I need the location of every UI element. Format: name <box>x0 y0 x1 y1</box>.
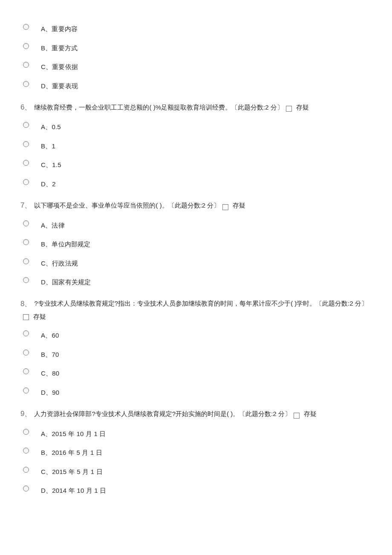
option-label: B、2016 年 5 月 1 日 <box>41 446 102 459</box>
radio-icon[interactable] <box>23 350 29 356</box>
radio-icon[interactable] <box>23 81 29 87</box>
doubt-label: 存疑 <box>296 101 309 114</box>
question-text: ?专业技术人员继续教育规定?指出：专业技术人员参加继续教育的时间，每年累计应不少… <box>34 298 368 310</box>
doubt-checkbox[interactable] <box>23 314 29 320</box>
question-number: 6、 <box>20 101 32 114</box>
radio-icon[interactable] <box>23 220 29 226</box>
doubt-label: 存疑 <box>233 199 245 212</box>
radio-icon[interactable] <box>23 141 29 147</box>
option-label: D、重要表现 <box>41 79 78 92</box>
radio-icon[interactable] <box>23 258 29 264</box>
option-label: C、1.5 <box>41 158 61 171</box>
radio-icon[interactable] <box>23 239 29 245</box>
question-text: 以下哪项不是企业、事业单位等应当依照的( )。〔此题分数:2 分〕 <box>34 199 220 212</box>
option-label: C、2015 年 5 月 1 日 <box>41 465 103 478</box>
option-label: B、1 <box>41 139 55 153</box>
question-text: 继续教育经费，一般企业职工工资总额的( )%足额提取教育培训经费。〔此题分数:2… <box>34 101 283 114</box>
radio-icon[interactable] <box>23 277 29 283</box>
option-label: A、法律 <box>41 219 65 232</box>
option-label: D、2014 年 10 月 1 日 <box>41 484 106 497</box>
option-label: B、70 <box>41 348 59 361</box>
radio-icon[interactable] <box>23 486 29 491</box>
radio-icon[interactable] <box>23 160 29 166</box>
doubt-checkbox[interactable] <box>286 106 292 112</box>
doubt-label: 存疑 <box>33 311 46 323</box>
doubt-label: 存疑 <box>304 408 317 420</box>
option-label: D、国家有关规定 <box>41 275 91 289</box>
option-label: C、80 <box>41 367 59 380</box>
radio-icon[interactable] <box>23 122 29 128</box>
radio-icon[interactable] <box>23 448 29 454</box>
radio-icon[interactable] <box>23 467 29 473</box>
question-number: 8、 <box>20 297 32 311</box>
option-label: C、行政法规 <box>41 257 78 270</box>
question-number: 7、 <box>20 199 32 212</box>
option-label: A、重要内容 <box>41 22 78 35</box>
radio-icon[interactable] <box>23 43 29 49</box>
option-label: C、重要依据 <box>41 60 78 73</box>
question-text: 人力资源社会保障部?专业技术人员继续教育规定?开始实施的时间是( )。〔此题分数… <box>34 408 291 420</box>
option-label: B、单位内部规定 <box>41 237 91 251</box>
option-label: D、2 <box>41 177 56 191</box>
radio-icon[interactable] <box>23 24 29 30</box>
radio-icon[interactable] <box>23 330 29 336</box>
option-label: A、2015 年 10 月 1 日 <box>41 427 106 440</box>
radio-icon[interactable] <box>23 387 29 393</box>
radio-icon[interactable] <box>23 62 29 68</box>
radio-icon[interactable] <box>23 429 29 435</box>
option-label: D、90 <box>41 386 59 399</box>
option-label: A、0.5 <box>41 120 61 133</box>
option-label: B、重要方式 <box>41 41 78 55</box>
radio-icon[interactable] <box>23 179 29 185</box>
doubt-checkbox[interactable] <box>294 413 300 419</box>
doubt-checkbox[interactable] <box>222 204 228 210</box>
question-number: 9、 <box>20 407 32 421</box>
option-label: A、60 <box>41 329 59 342</box>
radio-icon[interactable] <box>23 368 29 374</box>
